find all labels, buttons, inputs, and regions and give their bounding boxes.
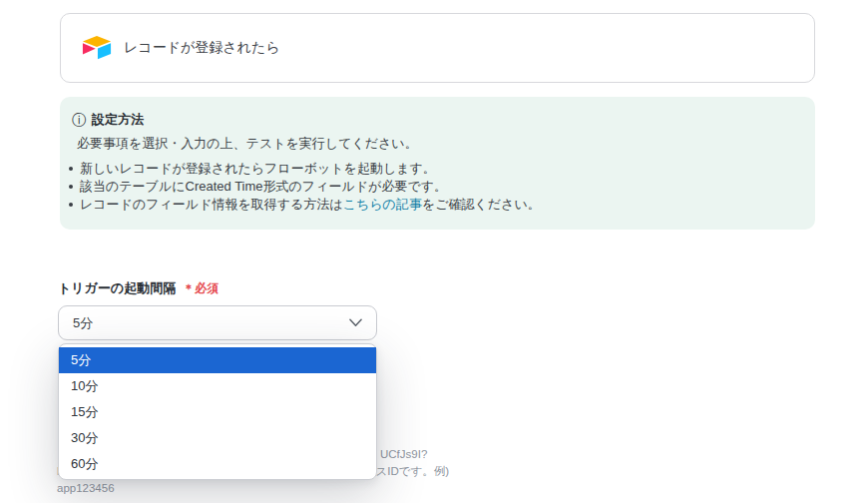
- required-badge: ＊必須: [183, 281, 218, 295]
- interval-field-label-row: トリガーの起動間隔＊必須: [58, 280, 218, 296]
- info-bullet-list: 新しいレコードが登録されたらフローボットを起動します。 該当のテーブルにCrea…: [72, 161, 797, 213]
- base-id-example-text: app123456: [57, 482, 115, 494]
- dropdown-option-15min[interactable]: 15分: [59, 399, 376, 425]
- info-bullet-2: 該当のテーブルにCreated Time形式のフィールドが必要です。: [72, 179, 797, 195]
- interval-dropdown-list: 5分 10分 15分 30分 60分: [58, 343, 377, 480]
- info-bullet-3: レコードのフィールド情報を取得する方法はこちらの記事をご確認ください。: [72, 197, 797, 213]
- setup-info-box: ⓘ 設定方法 必要事項を選択・入力の上、テストを実行してください。 新しいレコー…: [60, 97, 815, 230]
- dropdown-option-5min[interactable]: 5分: [59, 347, 376, 373]
- article-link[interactable]: こちらの記事: [343, 197, 422, 212]
- info-description: 必要事項を選択・入力の上、テストを実行してください。: [77, 136, 797, 152]
- trigger-setup-page: レコードが登録されたら ⓘ 設定方法 必要事項を選択・入力の上、テストを実行して…: [0, 0, 868, 503]
- chevron-down-icon: [349, 318, 362, 327]
- interval-label: トリガーの起動間隔: [58, 280, 176, 295]
- interval-select[interactable]: 5分: [58, 305, 377, 340]
- dropdown-option-10min[interactable]: 10分: [59, 373, 376, 399]
- interval-select-value: 5分: [73, 314, 349, 332]
- bullet-3-text-after: をご確認ください。: [422, 197, 541, 212]
- bullet-3-text-before: レコードのフィールド情報を取得する方法は: [80, 197, 343, 212]
- info-bullet-1: 新しいレコードが登録されたらフローボットを起動します。: [72, 161, 797, 177]
- dropdown-option-30min[interactable]: 30分: [59, 425, 376, 451]
- info-icon: ⓘ: [72, 112, 86, 128]
- background-url-fragment: UCfJs9I?: [380, 448, 427, 460]
- trigger-step-card[interactable]: レコードが登録されたら: [60, 13, 815, 83]
- info-heading: 設定方法: [92, 112, 144, 128]
- airtable-logo-icon: [81, 34, 113, 62]
- dropdown-option-60min[interactable]: 60分: [59, 451, 376, 477]
- info-box-header: ⓘ 設定方法: [72, 112, 797, 128]
- trigger-step-title: レコードが登録されたら: [124, 39, 280, 57]
